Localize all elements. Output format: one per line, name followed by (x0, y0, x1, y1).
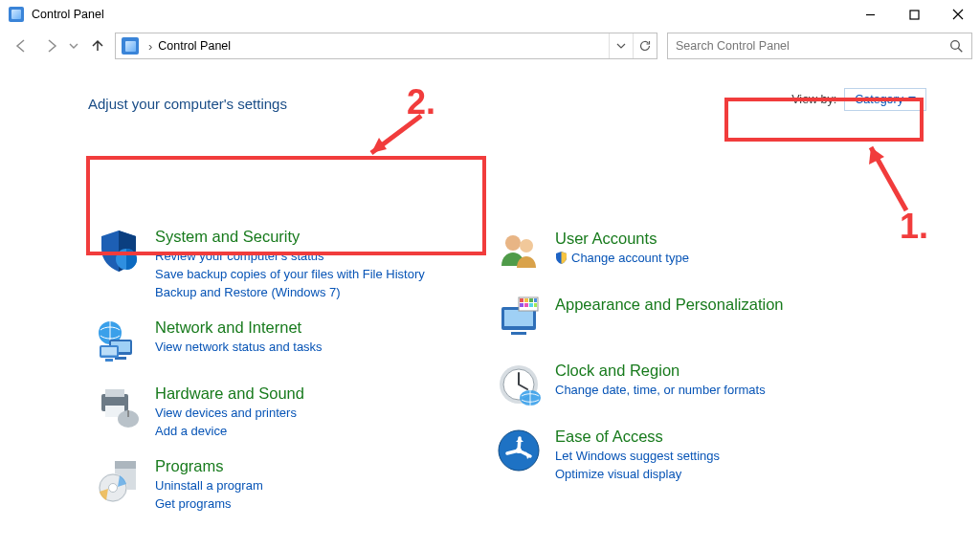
sub-link[interactable]: View network status and tasks (155, 338, 323, 356)
svg-rect-16 (115, 461, 136, 469)
breadcrumb-separator: › (148, 39, 152, 54)
svg-rect-29 (534, 298, 537, 302)
category-network: Network and Internet View network status… (96, 317, 498, 367)
svg-rect-30 (520, 303, 523, 307)
sub-link[interactable]: Optimize visual display (555, 465, 720, 483)
svg-point-21 (520, 239, 533, 253)
up-button[interactable] (84, 33, 111, 59)
control-panel-icon (122, 37, 139, 55)
annotation-number-1: 1. (900, 207, 928, 247)
svg-rect-0 (910, 11, 919, 19)
category-link[interactable]: Clock and Region (555, 362, 679, 379)
refresh-button[interactable] (633, 33, 657, 58)
sub-link[interactable]: Uninstall a program (155, 476, 263, 494)
svg-rect-10 (105, 359, 113, 362)
sub-link[interactable]: View devices and printers (155, 404, 304, 422)
category-ease-of-access: Ease of Access Let Windows suggest setti… (496, 426, 898, 483)
svg-point-1 (951, 40, 960, 49)
svg-rect-33 (534, 303, 537, 307)
sub-link[interactable]: Save backup copies of your files with Fi… (155, 265, 425, 283)
globe-network-icon (96, 318, 142, 367)
view-by-selector: View by: Category (791, 88, 926, 111)
annotation-arrow-1 (857, 134, 924, 223)
svg-rect-26 (520, 298, 523, 302)
window-title: Control Panel (32, 8, 104, 21)
clock-icon (496, 362, 542, 410)
svg-line-43 (371, 116, 421, 153)
control-panel-icon (9, 7, 24, 22)
nav-bar: › Control Panel Search Control Panel (0, 29, 980, 63)
close-button[interactable] (936, 0, 980, 29)
sub-link[interactable]: Get programs (155, 494, 263, 513)
search-placeholder: Search Control Panel (676, 39, 949, 53)
svg-rect-9 (101, 347, 117, 356)
sub-link[interactable]: Change account type (555, 249, 689, 269)
category-link[interactable]: Appearance and Personalization (555, 296, 784, 313)
category-appearance: Appearance and Personalization (496, 294, 898, 344)
sub-link[interactable]: Review your computer's status (155, 247, 425, 265)
forward-button[interactable] (38, 33, 65, 59)
minimize-button[interactable] (848, 0, 892, 29)
category-link[interactable]: User Accounts (555, 230, 657, 247)
content-area: Adjust your computer's settings View by:… (0, 63, 980, 112)
svg-marker-2 (908, 97, 916, 101)
view-by-label: View by: (791, 93, 836, 106)
disc-box-icon (96, 457, 142, 513)
category-user-accounts: User Accounts Change account type (496, 228, 898, 278)
monitor-palette-icon (496, 296, 542, 344)
category-link[interactable]: Hardware and Sound (155, 384, 304, 402)
svg-marker-44 (371, 138, 387, 153)
svg-rect-32 (529, 303, 533, 307)
category-link[interactable]: System and Security (155, 228, 300, 245)
svg-point-20 (505, 235, 521, 251)
category-system-security: System and Security Review your computer… (96, 226, 498, 301)
svg-rect-24 (511, 332, 526, 335)
svg-rect-23 (504, 310, 533, 326)
view-by-value: Category (855, 93, 903, 106)
search-box[interactable]: Search Control Panel (667, 33, 972, 59)
svg-point-42 (516, 448, 522, 453)
sub-link[interactable]: Let Windows suggest settings (555, 447, 720, 465)
category-hardware: Hardware and Sound View devices and prin… (96, 383, 498, 440)
category-link[interactable]: Network and Internet (155, 318, 301, 336)
sub-link[interactable]: Add a device (155, 422, 304, 440)
back-button[interactable] (8, 33, 34, 59)
window-titlebar: Control Panel (0, 0, 980, 29)
category-clock: Clock and Region Change date, time, or n… (496, 360, 898, 410)
recent-locations-button[interactable] (69, 39, 80, 54)
printer-mouse-icon (96, 384, 142, 440)
search-icon (949, 39, 964, 54)
sub-link[interactable]: Change date, time, or number formats (555, 381, 766, 399)
address-path: Control Panel (156, 39, 609, 53)
maximize-button[interactable] (892, 0, 936, 29)
sub-link[interactable]: Backup and Restore (Windows 7) (155, 283, 425, 301)
ease-of-access-icon (496, 428, 542, 483)
address-bar[interactable]: › Control Panel (115, 33, 657, 59)
svg-rect-12 (105, 389, 124, 397)
uac-shield-icon (555, 251, 568, 269)
category-link[interactable]: Programs (155, 457, 224, 474)
svg-rect-27 (524, 298, 528, 302)
svg-line-45 (871, 147, 906, 210)
category-link[interactable]: Ease of Access (555, 428, 663, 445)
svg-rect-31 (524, 303, 528, 307)
address-history-button[interactable] (609, 33, 633, 58)
svg-point-19 (109, 484, 118, 493)
svg-rect-28 (529, 298, 533, 302)
view-by-dropdown[interactable]: Category (844, 88, 926, 111)
users-icon (496, 230, 542, 278)
category-programs: Programs Uninstall a program Get program… (96, 455, 498, 513)
annotation-arrow-2 (354, 111, 431, 171)
svg-marker-46 (869, 147, 884, 165)
shield-icon (96, 228, 142, 301)
